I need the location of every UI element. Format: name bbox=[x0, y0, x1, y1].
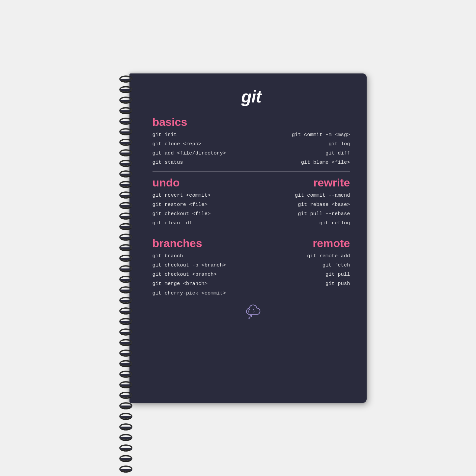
spiral-binding bbox=[119, 75, 135, 401]
spiral-coil bbox=[119, 286, 133, 294]
spiral-coil bbox=[119, 381, 133, 389]
command-item: git cherry-pick <commit> bbox=[153, 290, 226, 297]
command-item: git pull --rebase bbox=[295, 210, 350, 218]
section-basics: basics git initgit clone <repo>git add <… bbox=[153, 116, 350, 167]
command-item: git merge <branch> bbox=[153, 280, 226, 288]
section-undo: undo rewrite git revert <commit>git rest… bbox=[153, 176, 350, 227]
section-title-rewrite: rewrite bbox=[313, 176, 350, 189]
spiral-coil bbox=[119, 318, 133, 325]
command-item: git diff bbox=[292, 150, 350, 157]
command-item: git fetch bbox=[307, 262, 350, 269]
command-item: git log bbox=[292, 140, 350, 148]
spiral-coil bbox=[119, 265, 133, 273]
command-item: git add <file/directory> bbox=[153, 150, 226, 157]
command-item: git commit --amend bbox=[295, 192, 350, 199]
spiral-coil bbox=[119, 86, 133, 94]
branches-right-col: git remote addgit fetchgit pullgit push bbox=[307, 252, 350, 297]
spiral-coil bbox=[119, 455, 133, 462]
spiral-coil bbox=[119, 339, 133, 347]
command-item: git rebase <base> bbox=[295, 201, 350, 209]
spiral-coil bbox=[119, 349, 133, 357]
command-item: git revert <commit> bbox=[153, 192, 211, 199]
spiral-coil bbox=[119, 181, 133, 188]
spiral-coil bbox=[119, 360, 133, 368]
spiral-coil bbox=[119, 402, 133, 410]
spiral-coil bbox=[119, 296, 133, 304]
basics-commands: git initgit clone <repo>git add <file/di… bbox=[153, 131, 350, 167]
section-branches: branches remote git branchgit checkout -… bbox=[153, 237, 350, 297]
section-title-remote: remote bbox=[313, 237, 350, 250]
command-item: git checkout -b <branch> bbox=[153, 262, 226, 269]
spiral-coil bbox=[119, 223, 133, 231]
command-item: git remote add bbox=[307, 252, 350, 260]
command-item: git init bbox=[153, 131, 226, 139]
undo-left-col: git revert <commit>git restore <file>git… bbox=[153, 192, 211, 227]
spiral-coil bbox=[119, 212, 133, 220]
command-item: git status bbox=[153, 159, 226, 166]
spiral-coil bbox=[119, 107, 133, 115]
section-title-undo: undo bbox=[153, 176, 180, 189]
spiral-coil bbox=[119, 412, 133, 420]
command-item: git commit -m <msg> bbox=[292, 131, 350, 139]
spiral-coil bbox=[119, 138, 133, 146]
notebook-scene: git basics git initgit clone <repo>git a… bbox=[110, 57, 367, 419]
spiral-coil bbox=[119, 434, 133, 441]
command-item: git checkout <file> bbox=[153, 210, 211, 218]
spiral-coil bbox=[119, 391, 133, 399]
svg-point-115 bbox=[250, 315, 251, 317]
notebook-body: git basics git initgit clone <repo>git a… bbox=[129, 73, 367, 403]
spiral-coil bbox=[119, 328, 133, 336]
spiral-coil bbox=[119, 202, 133, 210]
divider-2 bbox=[153, 232, 350, 232]
spiral-coil bbox=[119, 117, 133, 125]
spiral-coil bbox=[119, 75, 133, 83]
undo-right-col: git commit --amendgit rebase <base>git p… bbox=[295, 192, 350, 227]
command-item: git restore <file> bbox=[153, 201, 211, 209]
branches-left-col: git branchgit checkout -b <branch>git ch… bbox=[153, 252, 226, 297]
spiral-coil bbox=[119, 444, 133, 452]
spiral-coil bbox=[119, 159, 133, 167]
notebook-title: git bbox=[153, 87, 350, 106]
svg-text:{ }: { } bbox=[247, 309, 255, 313]
divider-1 bbox=[153, 171, 350, 172]
spiral-coil bbox=[119, 170, 133, 178]
basics-left-col: git initgit clone <repo>git add <file/di… bbox=[153, 131, 226, 167]
undo-commands: git revert <commit>git restore <file>git… bbox=[153, 192, 350, 227]
section-title-basics: basics bbox=[153, 116, 187, 128]
command-item: git branch bbox=[153, 252, 226, 260]
command-item: git reflog bbox=[295, 219, 350, 227]
command-item: git clone <repo> bbox=[153, 140, 226, 148]
spiral-coil bbox=[119, 149, 133, 157]
section-title-branches: branches bbox=[153, 237, 202, 250]
spiral-coil bbox=[119, 370, 133, 378]
spiral-coil bbox=[119, 233, 133, 241]
cloud-code-icon: { } bbox=[240, 303, 263, 321]
spiral-coil bbox=[119, 191, 133, 199]
spiral-coil bbox=[119, 423, 133, 431]
notebook-content: git basics git initgit clone <repo>git a… bbox=[153, 87, 350, 390]
spiral-coil bbox=[119, 275, 133, 283]
svg-point-116 bbox=[249, 318, 250, 319]
command-item: git pull bbox=[307, 271, 350, 278]
spiral-coil bbox=[119, 254, 133, 262]
command-item: git checkout <branch> bbox=[153, 271, 226, 278]
spiral-coil bbox=[119, 307, 133, 315]
spiral-coil bbox=[119, 465, 133, 473]
footer-icon: { } bbox=[153, 303, 350, 324]
spiral-coil bbox=[119, 128, 133, 136]
basics-right-col: git commit -m <msg>git loggit diffgit bl… bbox=[292, 131, 350, 167]
command-item: git blame <file> bbox=[292, 159, 350, 166]
branches-commands: git branchgit checkout -b <branch>git ch… bbox=[153, 252, 350, 297]
spiral-coil bbox=[119, 96, 133, 104]
spiral-coil bbox=[119, 244, 133, 252]
command-item: git clean -df bbox=[153, 219, 211, 227]
command-item: git push bbox=[307, 280, 350, 288]
